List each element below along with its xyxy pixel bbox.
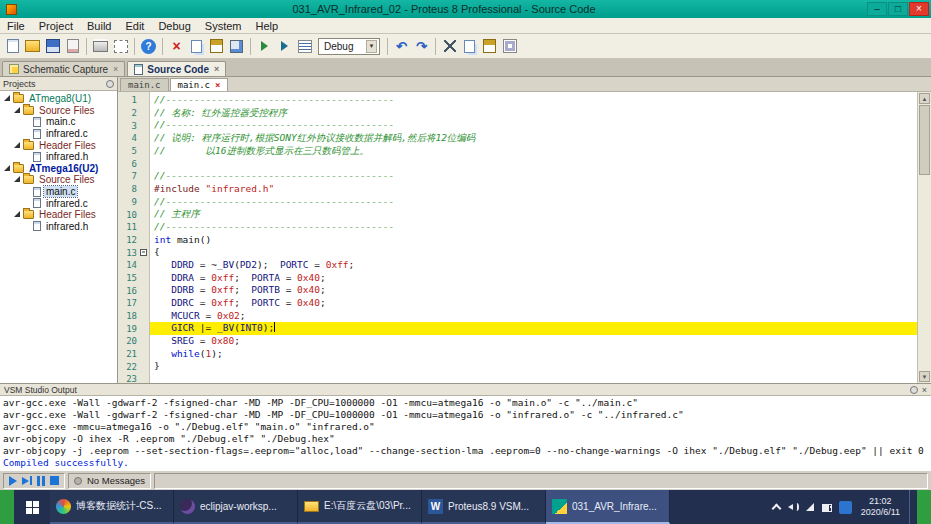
code-line[interactable]: //--------------------------------------… [150, 170, 917, 183]
editor-tab-main.c[interactable]: main.c [120, 78, 169, 91]
list-icon[interactable] [295, 37, 314, 56]
code-line[interactable]: SREG = 0x80; [150, 335, 917, 348]
code-line[interactable]: // 主程序 [150, 208, 917, 221]
battery-icon[interactable] [822, 502, 832, 512]
scroll-down-icon[interactable]: ▼ [919, 371, 930, 382]
tree-item-atmega16-u2-[interactable]: ATmega16(U2) [0, 163, 117, 175]
undo-icon[interactable]: ↶ [392, 37, 411, 56]
fold-collapse-icon[interactable] [140, 249, 147, 256]
code-line[interactable]: { [150, 246, 917, 259]
taskbar-item[interactable]: 博客数据统计-CS... [50, 490, 174, 524]
menu-project[interactable]: Project [32, 18, 80, 33]
close-icon[interactable]: × [922, 385, 927, 395]
code-line[interactable]: // 说明: 程序运行时,根据SONY红外协议接收数据并解码,然后将12位编码 [150, 132, 917, 145]
editor-tab-main.c[interactable]: main.c× [170, 78, 229, 91]
code-line[interactable]: DDRA = 0xff; PORTA = 0x40; [150, 272, 917, 285]
taskbar-item[interactable]: Proteus8.9 VSM... [422, 490, 546, 524]
show-desktop-button[interactable] [909, 490, 912, 524]
expander-icon[interactable] [13, 141, 22, 150]
open-icon[interactable] [23, 37, 42, 56]
print-area-icon[interactable] [111, 37, 130, 56]
save-icon[interactable] [43, 37, 62, 56]
code-line[interactable]: DDRC = 0xff; PORTC = 0x40; [150, 297, 917, 310]
tree-item-source-files[interactable]: Source Files [0, 174, 117, 186]
pause-button[interactable] [37, 476, 45, 486]
code-line[interactable]: //--------------------------------------… [150, 94, 917, 107]
expander-icon[interactable] [3, 94, 12, 103]
tree-item-header-files[interactable]: Header Files [0, 139, 117, 151]
volume-icon[interactable] [788, 502, 798, 512]
tree-item-source-files[interactable]: Source Files [0, 105, 117, 117]
maximize-button[interactable]: □ [888, 2, 908, 16]
menu-help[interactable]: Help [249, 18, 286, 33]
editor-scrollbar[interactable]: ▲ ▼ [917, 92, 931, 383]
tree-item-main.c[interactable]: main.c [0, 116, 117, 128]
title-bar[interactable]: 031_AVR_Infrared_02 - Proteus 8 Professi… [0, 0, 931, 18]
ime-icon[interactable] [839, 501, 852, 514]
scroll-up-icon[interactable]: ▲ [919, 93, 930, 104]
tree-item-header-files[interactable]: Header Files [0, 209, 117, 221]
expander-icon[interactable] [3, 164, 12, 173]
expander-icon[interactable] [13, 210, 22, 219]
import-icon[interactable] [227, 37, 246, 56]
pin-icon[interactable] [106, 80, 114, 88]
cut-icon[interactable] [440, 37, 459, 56]
debug-select[interactable]: Debug▼ [318, 38, 380, 55]
tree-item-main.c[interactable]: main.c [0, 186, 117, 198]
network-icon[interactable] [805, 502, 815, 512]
code-line[interactable]: // 以16进制数形式显示在三只数码管上。 [150, 145, 917, 158]
minimize-button[interactable]: – [867, 2, 887, 16]
stop-button[interactable] [50, 476, 59, 485]
expander-icon[interactable] [13, 106, 22, 115]
code-line[interactable]: GICR |= _BV(INT0); [150, 322, 917, 335]
code-line[interactable]: //--------------------------------------… [150, 221, 917, 234]
expander-icon[interactable] [13, 175, 22, 184]
code-line[interactable] [150, 157, 917, 170]
close-button[interactable]: × [909, 2, 929, 16]
tree-item-infrared.h[interactable]: infrared.h [0, 151, 117, 163]
code-line[interactable]: // 名称: 红外遥控器受控程序 [150, 107, 917, 120]
taskbar-item[interactable]: eclipjav-worksp... [174, 490, 298, 524]
tab-source-code[interactable]: Source Code× [127, 61, 226, 76]
tab-schematic-capture[interactable]: Schematic Capture× [2, 61, 125, 76]
copy-icon[interactable] [187, 37, 206, 56]
code-line[interactable] [150, 373, 917, 383]
scroll-thumb[interactable] [919, 105, 930, 175]
taskbar-item[interactable]: E:\百度云盘\03\Pr... [298, 490, 422, 524]
play-button[interactable] [9, 476, 17, 486]
tree-item-infrared.c[interactable]: infrared.c [0, 128, 117, 140]
pin-icon[interactable] [910, 386, 918, 394]
close-file-icon[interactable] [63, 37, 82, 56]
taskbar-item[interactable]: 031_AVR_Infrare... [546, 490, 670, 524]
print-icon[interactable] [91, 37, 110, 56]
delete-icon[interactable]: × [167, 37, 186, 56]
redo-icon[interactable]: ↷ [412, 37, 431, 56]
tree-item-atmega8-u1-[interactable]: ATmega8(U1) [0, 93, 117, 105]
code-line[interactable]: DDRD = ~_BV(PD2); PORTC = 0xff; [150, 259, 917, 272]
clock[interactable]: 21:02 2020/6/11 [859, 496, 902, 518]
menu-edit[interactable]: Edit [118, 18, 151, 33]
paste2-icon[interactable] [480, 37, 499, 56]
close-icon[interactable]: × [113, 64, 118, 74]
build-icon[interactable] [255, 37, 274, 56]
menu-system[interactable]: System [198, 18, 249, 33]
code-line[interactable]: } [150, 360, 917, 373]
code-line[interactable]: MCUCR = 0x02; [150, 310, 917, 323]
menu-build[interactable]: Build [80, 18, 118, 33]
tree-item-infrared.c[interactable]: infrared.c [0, 197, 117, 209]
code-line[interactable]: while(1); [150, 348, 917, 361]
close-icon[interactable]: × [214, 64, 219, 74]
tray-chevron-icon[interactable] [771, 502, 781, 512]
code-line[interactable]: #include "infrared.h" [150, 183, 917, 196]
code-lines[interactable]: //--------------------------------------… [150, 92, 917, 383]
rebuild-icon[interactable] [275, 37, 294, 56]
grid-icon[interactable] [500, 37, 519, 56]
copy2-icon[interactable] [460, 37, 479, 56]
code-line[interactable]: int main() [150, 234, 917, 247]
chevron-down-icon[interactable]: ▼ [366, 40, 377, 53]
help-icon[interactable]: ? [141, 39, 156, 54]
menu-file[interactable]: File [0, 18, 32, 33]
code-line[interactable]: //--------------------------------------… [150, 196, 917, 209]
new-file-icon[interactable] [3, 37, 22, 56]
start-button[interactable] [14, 490, 50, 524]
